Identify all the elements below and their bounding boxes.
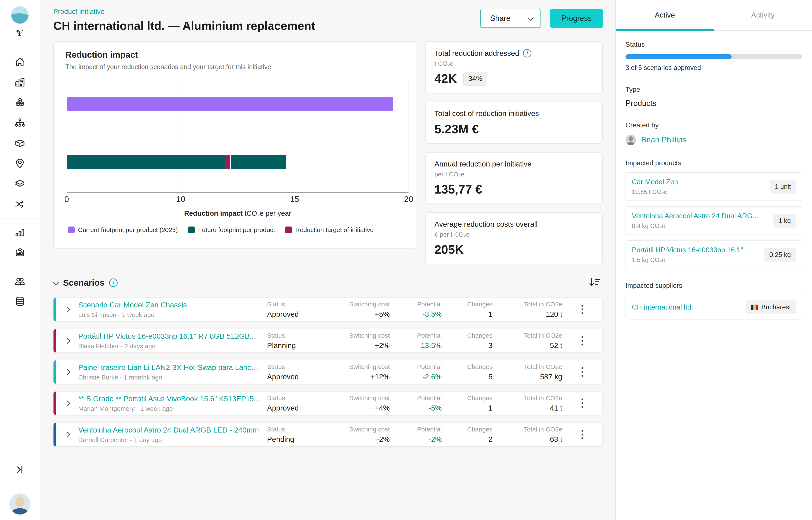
- creator-name-link[interactable]: Brian Phillips: [641, 135, 686, 144]
- shuffle-icon[interactable]: [8, 194, 31, 214]
- share-split-button[interactable]: Share: [481, 9, 540, 28]
- x-axis-ticks: 0 10 15 20: [67, 194, 409, 207]
- impacted-product-card[interactable]: Ventoinha Aerocool Astro 24 Dual ARG... …: [625, 206, 802, 235]
- scenario-potential: -5%: [390, 404, 442, 412]
- scenario-title-link[interactable]: Scenario Car Model Zen Chassis: [78, 301, 261, 309]
- chevron-right-icon: [64, 306, 70, 312]
- info-icon[interactable]: i: [109, 279, 118, 287]
- share-button[interactable]: Share: [481, 9, 520, 27]
- page-header: Product initiative CH international ltd.…: [53, 8, 602, 32]
- scenario-switching-cost: +2%: [320, 341, 390, 350]
- kebab-menu-icon[interactable]: [562, 336, 602, 345]
- col-label-switching-cost: Switching cost: [320, 332, 390, 339]
- kebab-menu-icon[interactable]: [562, 305, 602, 314]
- impacted-suppliers-label: Impacted suppliers: [625, 282, 802, 289]
- scenario-rows: Scenario Car Model Zen ChassisLuis Simps…: [53, 297, 602, 455]
- scenario-row[interactable]: Ventoinha Aerocool Astro 24 Dual ARGB LE…: [53, 423, 602, 446]
- row-accent-bar: [53, 360, 56, 384]
- impacted-product-card[interactable]: Car Model Zen 10.65 t CO₂e 1 unit: [625, 173, 802, 201]
- expand-row-button[interactable]: [56, 370, 78, 374]
- kebab-menu-icon[interactable]: [562, 367, 602, 377]
- reduction-impact-chart-card: Reduction impact The impact of your redu…: [53, 42, 417, 249]
- chevron-right-icon: [64, 369, 70, 375]
- expand-row-button[interactable]: [56, 433, 78, 437]
- bar-chart-icon[interactable]: [8, 222, 31, 242]
- scenario-status: Pending: [267, 435, 320, 443]
- database-icon[interactable]: [8, 291, 31, 311]
- company-buildings-icon[interactable]: [8, 72, 31, 93]
- bar-future-footprint[interactable]: [67, 155, 286, 170]
- breadcrumb[interactable]: Product initiative: [53, 8, 315, 16]
- row-accent-bar: [53, 329, 56, 353]
- left-icon-rail: [0, 0, 40, 520]
- supplier-name-link[interactable]: CH international ltd.: [632, 303, 693, 311]
- sparkles-ai-icon[interactable]: [8, 24, 31, 44]
- scenario-status: Approved: [267, 404, 320, 412]
- status-progress-fill: [625, 54, 732, 59]
- scenario-total-co2e: 587 kg: [492, 372, 562, 381]
- collapse-chevron-icon[interactable]: [53, 279, 59, 285]
- info-icon[interactable]: i: [523, 49, 532, 57]
- expand-row-button[interactable]: [56, 307, 78, 312]
- impacted-supplier-card[interactable]: CH international ltd. Bucharest: [625, 295, 802, 319]
- col-label-total-co2e: Total in CO2e: [492, 426, 562, 433]
- rail-divider: [0, 218, 40, 218]
- scenario-title-link[interactable]: ** B Grade ** Portátil Asus VivoBook 15.…: [78, 394, 261, 403]
- scenario-status: Approved: [267, 310, 320, 318]
- home-icon[interactable]: [8, 52, 31, 72]
- app-logo[interactable]: [11, 6, 28, 24]
- tab-activity[interactable]: Activity: [714, 0, 812, 30]
- impacted-product-card[interactable]: Portátil HP Victus 16-e0033np 16.1"... 1…: [625, 240, 802, 269]
- chevron-right-icon: [64, 338, 70, 343]
- kpi-unit: t CO₂e: [434, 60, 594, 67]
- kpi-title: Total cost of reduction initiatives: [434, 109, 539, 118]
- layers-icon[interactable]: [8, 174, 31, 194]
- product-footprint: 10.65 t CO₂e: [632, 188, 678, 196]
- scenario-byline: Luis Simpson - 1 week ago: [78, 311, 261, 318]
- scenario-title-link[interactable]: Portátil HP Victus 16-e0033np 16.1" R7 8…: [78, 332, 261, 340]
- romania-flag-icon: [751, 305, 758, 310]
- scenario-title-link[interactable]: Painel traseiro Lian Li LAN2-3X Hot-Swap…: [78, 363, 261, 372]
- user-avatar[interactable]: [9, 493, 30, 515]
- scenario-byline: Blake Fletcher - 2 days ago: [78, 342, 261, 350]
- product-name-link[interactable]: Portátil HP Victus 16-e0033np 16.1"...: [632, 246, 749, 254]
- legend-item: Current footprint per product (2023): [68, 226, 178, 233]
- expand-row-button[interactable]: [56, 401, 78, 406]
- scenario-row[interactable]: ** B Grade ** Portátil Asus VivoBook 15.…: [53, 391, 602, 415]
- report-presentation-icon[interactable]: [8, 242, 31, 263]
- expand-row-button[interactable]: [56, 339, 78, 343]
- reduction-target-marker[interactable]: [225, 155, 231, 170]
- x-tick: 20: [404, 194, 413, 204]
- product-name-link[interactable]: Ventoinha Aerocool Astro 24 Dual ARG...: [632, 212, 758, 220]
- share-dropdown-toggle[interactable]: [520, 9, 540, 27]
- legend-swatch-target: [285, 227, 292, 233]
- bar-current-footprint[interactable]: [67, 97, 393, 111]
- cubes-icon[interactable]: [8, 93, 31, 113]
- col-label-changes: Changes: [442, 394, 492, 402]
- sitemap-hierarchy-icon[interactable]: [8, 113, 31, 133]
- collapse-sidebar-icon[interactable]: [8, 460, 31, 480]
- product-name-link[interactable]: Car Model Zen: [632, 178, 678, 186]
- scenario-row[interactable]: Portátil HP Victus 16-e0033np 16.1" R7 8…: [53, 329, 602, 353]
- tab-active[interactable]: Active: [616, 0, 714, 30]
- scenario-status: Approved: [267, 372, 320, 381]
- kebab-menu-icon[interactable]: [562, 398, 602, 408]
- kebab-menu-icon[interactable]: [562, 430, 602, 439]
- scenario-row[interactable]: Painel traseiro Lian Li LAN2-3X Hot-Swap…: [53, 360, 602, 384]
- map-pin-icon[interactable]: [8, 153, 31, 174]
- users-icon[interactable]: [8, 271, 31, 291]
- package-icon[interactable]: [8, 133, 31, 153]
- scenario-title-link[interactable]: Ventoinha Aerocool Astro 24 Dual ARGB LE…: [78, 426, 261, 434]
- col-label-total-co2e: Total in CO2e: [492, 332, 562, 339]
- status-progress-bar: [625, 54, 802, 59]
- kpi-value: 42K: [434, 72, 457, 85]
- product-footprint: 0.4 kg CO₂e: [632, 223, 758, 230]
- progress-button[interactable]: Progress: [550, 9, 602, 28]
- scenario-changes: 1: [442, 404, 492, 412]
- type-label: Type: [625, 85, 802, 94]
- sort-icon[interactable]: [589, 276, 600, 289]
- col-label-potential: Potential: [390, 301, 442, 308]
- gridline-horizontal: [67, 136, 409, 136]
- x-axis-label: Reduction impact tCO₂e per year: [67, 209, 409, 217]
- scenario-row[interactable]: Scenario Car Model Zen ChassisLuis Simps…: [53, 297, 602, 321]
